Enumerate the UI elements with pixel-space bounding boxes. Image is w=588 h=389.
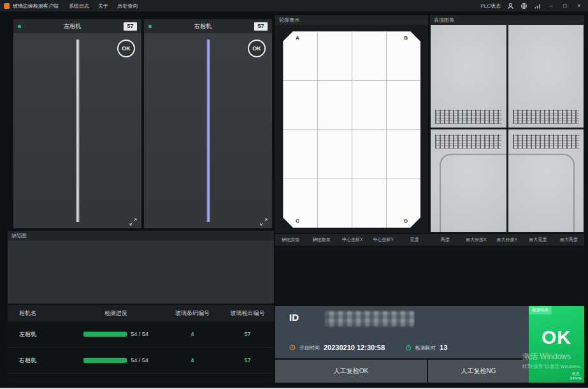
result-tag: 检测结果 <box>529 306 552 314</box>
progress-text: 54 / 54 <box>131 357 148 363</box>
progress-text: 54 / 54 <box>131 331 148 337</box>
menu-about[interactable]: 关于 <box>98 3 108 10</box>
app-title: 玻璃边缘检测客户端 <box>13 3 59 10</box>
state-label: 状态 STATE <box>570 372 582 381</box>
row-glass-no: 57 <box>221 331 274 337</box>
col-max-x: 最大外接X <box>461 237 492 243</box>
row-barcode-no: 4 <box>164 331 221 337</box>
surface-image-top-left <box>431 25 506 128</box>
surface-image-bottom-right <box>508 129 584 232</box>
defect-image-panel: 缺陷图 <box>8 231 274 304</box>
corner-label-c: C <box>296 218 299 224</box>
contour-title: 轮廓展示 <box>275 15 428 25</box>
camera-ok-badge: OK <box>248 40 266 57</box>
start-time-value: 20230210 12:30:58 <box>324 344 385 351</box>
signal-icon[interactable] <box>534 3 541 10</box>
col-height: 高度 <box>430 237 461 243</box>
status-info-panel: ID 开始时间 20230210 12:30:58 检测耗时 13 <box>275 306 529 358</box>
defect-table-header: 缺陷类型 缺陷数量 中心坐标X 中心坐标Y 宽度 高度 最大外接X 最大外接Y … <box>275 234 584 246</box>
expand-icon[interactable] <box>129 217 137 224</box>
corner-label-a: A <box>296 35 299 41</box>
defect-data-table: 缺陷类型 缺陷数量 中心坐标X 中心坐标Y 宽度 高度 最大外接X 最大外接Y … <box>275 234 584 305</box>
camera-summary-table: 相机名 检测进度 玻璃条码编号 玻璃检出编号 左相机 54 / 54 4 57 … <box>8 305 274 384</box>
menu-history[interactable]: 历史查询 <box>117 3 138 10</box>
network-icon[interactable] <box>520 3 527 10</box>
col-max-height: 最大高度 <box>554 237 585 243</box>
col-center-x: 中心坐标X <box>337 237 368 243</box>
col-max-y: 最大外接Y <box>492 237 523 243</box>
surface-image-top-right <box>508 25 584 128</box>
camera-ok-badge: OK <box>117 40 135 57</box>
col-center-y: 中心坐标Y <box>368 237 399 243</box>
elapsed-label: 检测耗时 <box>415 344 436 351</box>
camera-count-badge: 57 <box>254 22 268 31</box>
glass-edge-strip <box>76 40 79 222</box>
id-value-redacted <box>325 311 414 327</box>
left-camera-header: 左相机 57 <box>13 19 141 33</box>
surface-title: 表面图像 <box>430 15 584 25</box>
col-defect-type: 缺陷类型 <box>275 237 306 243</box>
corner-label-d: D <box>404 218 408 224</box>
col-defect-count: 缺陷数量 <box>306 237 338 243</box>
minimize-button[interactable]: – <box>547 3 555 9</box>
app-window: 玻璃边缘检测客户端 系统日志 关于 历史查询 PLC状态 – □ <box>0 0 588 389</box>
col-glass-no: 玻璃检出编号 <box>221 309 274 318</box>
glass-edge-strip <box>206 40 210 222</box>
row-glass-no: 57 <box>221 357 274 363</box>
col-barcode-no: 玻璃条码编号 <box>164 309 221 318</box>
camera-table-header: 相机名 检测进度 玻璃条码编号 玻璃检出编号 <box>8 305 274 321</box>
id-label: ID <box>289 312 299 323</box>
camera-count-badge: 57 <box>124 22 137 31</box>
elapsed-value: 13 <box>440 344 447 351</box>
surface-image-grid <box>431 25 584 232</box>
plc-status-label: PLC状态 <box>480 3 501 10</box>
result-value: OK <box>529 327 584 348</box>
col-camera-name: 相机名 <box>8 309 68 318</box>
right-camera-header: 右相机 57 <box>144 19 272 33</box>
start-time-label: 开始时间 <box>299 344 320 351</box>
menu-system-log[interactable]: 系统日志 <box>69 3 89 10</box>
row-camera-name: 右相机 <box>8 356 68 365</box>
maximize-button[interactable]: □ <box>561 3 569 9</box>
surface-image-bottom-left <box>431 129 506 232</box>
defect-image-title: 缺陷图 <box>8 231 274 240</box>
camera-name: 左相机 <box>21 22 124 31</box>
corner-label-b: B <box>404 35 408 41</box>
col-width: 宽度 <box>399 237 430 243</box>
col-max-width: 最大宽度 <box>522 237 554 243</box>
manual-recheck-ng-button[interactable]: 人工复检NG <box>428 360 529 383</box>
title-bar: 玻璃边缘检测客户端 系统日志 关于 历史查询 PLC状态 – □ <box>0 0 588 11</box>
app-icon <box>4 3 10 9</box>
table-row[interactable]: 左相机 54 / 54 4 57 <box>8 321 274 348</box>
table-row[interactable]: 右相机 54 / 54 4 57 <box>8 348 274 374</box>
row-barcode-no: 4 <box>164 357 221 363</box>
timer-icon <box>405 344 412 351</box>
right-camera-panel: 右相机 57 OK <box>144 19 272 228</box>
col-progress: 检测进度 <box>68 309 164 318</box>
progress-bar <box>83 358 127 363</box>
surface-image-panel: 表面图像 <box>430 15 584 233</box>
close-button[interactable]: × <box>575 3 583 9</box>
contour-panel: 轮廓展示 A B C D <box>275 15 428 233</box>
user-icon[interactable] <box>507 3 514 10</box>
glass-outline-shape: A B C D <box>283 31 420 228</box>
clock-icon <box>289 344 296 351</box>
expand-icon[interactable] <box>260 217 268 224</box>
right-camera-image: OK <box>144 33 272 228</box>
left-camera-image: OK <box>13 33 141 228</box>
status-times-row: 开始时间 20230210 12:30:58 检测耗时 13 <box>289 344 447 351</box>
row-camera-name: 左相机 <box>8 330 68 339</box>
left-camera-panel: 左相机 57 OK <box>13 19 141 228</box>
progress-bar <box>83 332 127 337</box>
camera-name: 右相机 <box>152 22 254 31</box>
inspection-result-box: 检测结果 OK 状态 STATE <box>529 306 584 383</box>
contour-canvas: A B C D <box>275 25 428 233</box>
manual-recheck-ok-button[interactable]: 人工复检OK <box>275 360 427 383</box>
